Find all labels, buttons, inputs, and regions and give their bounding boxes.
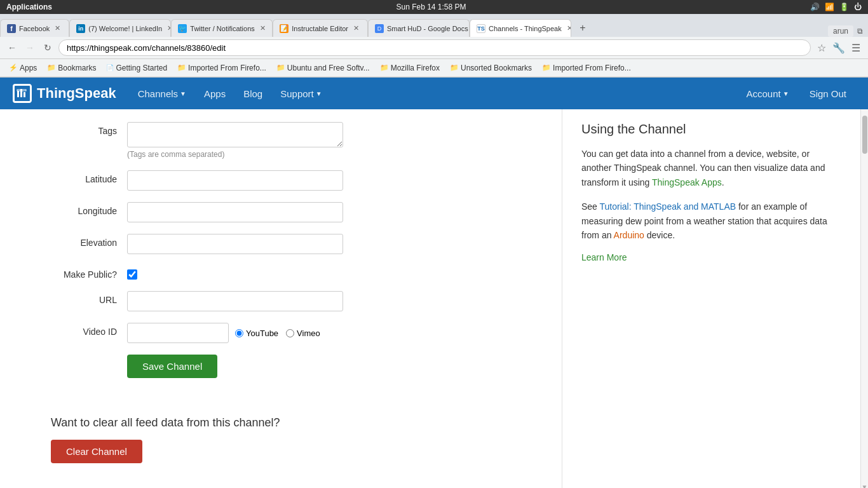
power-icon[interactable]: ⏻ (854, 3, 862, 11)
imported-2-label: Imported From Firefo... (553, 64, 631, 72)
nav-apps-label: Apps (204, 88, 226, 99)
video-type-radio-group: YouTube Vimeo (235, 329, 320, 338)
video-id-input[interactable] (127, 323, 229, 343)
svg-rect-1 (20, 89, 22, 97)
nav-account-label: Account (747, 88, 781, 99)
bookmark-imported-1[interactable]: 📁 Imported From Firefo... (173, 62, 270, 74)
tags-hint: (Tags are comma separated) (127, 150, 343, 159)
bookmark-star-icon[interactable]: ☆ (815, 41, 829, 55)
info-title: Using the Channel (581, 122, 841, 137)
bookmark-getting-started[interactable]: 📄 Getting Started (102, 62, 171, 74)
tab-close-twitter[interactable]: ✕ (258, 24, 268, 33)
tab-thingspeak[interactable]: TS Channels - ThingSpeak ✕ (470, 19, 571, 37)
scrollbar-thumb[interactable] (862, 116, 867, 154)
longitude-input[interactable] (127, 202, 343, 222)
tab-close-thingspeak[interactable]: ✕ (565, 24, 571, 33)
address-bar-row: ← → ↻ ☆ 🔧 ☰ (0, 37, 868, 59)
bookmark-bookmarks[interactable]: 📁 Bookmarks (43, 62, 100, 74)
account-dropdown-icon: ▼ (783, 90, 789, 97)
address-input[interactable] (58, 39, 811, 56)
mozilla-folder-icon: 📁 (380, 64, 389, 72)
learn-more-link[interactable]: Learn More (581, 252, 841, 262)
vimeo-label: Vimeo (297, 329, 320, 338)
bookmarks-folder-icon: 📁 (47, 64, 56, 72)
tags-field-wrap: (Tags are comma separated) (127, 122, 343, 159)
info-see-text: See (581, 201, 600, 212)
nav-right: Account ▼ Sign Out (738, 78, 855, 109)
youtube-radio-label[interactable]: YouTube (235, 329, 278, 338)
bookmark-mozilla[interactable]: 📁 Mozilla Firefox (376, 62, 444, 74)
make-public-row: Make Public? (25, 266, 536, 280)
tutorial-link[interactable]: Tutorial: ThingSpeak and MATLAB (600, 201, 736, 212)
thingspeak-nav: ThingSpeak Channels ▼ Apps Blog Support … (0, 78, 868, 109)
tab-close-instructable[interactable]: ✕ (351, 24, 361, 33)
imported-folder-1-icon: 📁 (177, 64, 186, 72)
bookmark-unsorted[interactable]: 📁 Unsorted Bookmarks (446, 62, 536, 74)
nav-sign-out[interactable]: Sign Out (801, 78, 855, 109)
clear-channel-button[interactable]: Clear Channel (51, 440, 142, 463)
back-button[interactable]: ← (5, 41, 19, 55)
tab-linkedin[interactable]: in (7) Welcome! | LinkedIn ✕ (69, 19, 171, 37)
save-channel-button[interactable]: Save Channel (127, 355, 217, 378)
make-public-label: Make Public? (25, 266, 127, 280)
svg-rect-2 (24, 92, 25, 97)
nav-account[interactable]: Account ▼ (738, 78, 798, 109)
bookmark-ubuntu[interactable]: 📁 Ubuntu and Free Softv... (273, 62, 374, 74)
tab-label-thingspeak: Channels - ThingSpeak (489, 25, 562, 32)
nav-blog[interactable]: Blog (234, 78, 271, 109)
nav-apps[interactable]: Apps (195, 78, 234, 109)
bookmarks-bar: ⚡ Apps 📁 Bookmarks 📄 Getting Started 📁 I… (0, 59, 868, 77)
unsorted-folder-icon: 📁 (450, 64, 459, 72)
user-account[interactable]: arun (828, 25, 853, 37)
extensions-icon[interactable]: 🔧 (832, 42, 845, 54)
tab-facebook[interactable]: f Facebook ✕ (0, 19, 69, 37)
browser-menu-icon[interactable]: ☰ (849, 41, 863, 55)
latitude-row: Latitude (25, 170, 536, 191)
imported-folder-2-icon: 📁 (542, 64, 551, 72)
forward-button[interactable]: → (23, 41, 37, 55)
latitude-input[interactable] (127, 170, 343, 191)
tab-twitter[interactable]: 🐦 Twitter / Notifications ✕ (171, 19, 273, 37)
elevation-input[interactable] (127, 234, 343, 254)
tab-instructable[interactable]: 📝 Instructable Editor ✕ (273, 19, 368, 37)
thingspeak-apps-link[interactable]: ThingSpeak Apps (652, 177, 722, 187)
wifi-icon: 📶 (825, 3, 834, 11)
nav-support[interactable]: Support ▼ (271, 78, 330, 109)
tab-google-docs[interactable]: D Smart HuD - Google Docs ✕ (368, 19, 470, 37)
tab-close-facebook[interactable]: ✕ (53, 24, 62, 33)
linkedin-favicon: in (76, 24, 85, 33)
unsorted-label: Unsorted Bookmarks (461, 64, 532, 72)
vimeo-radio[interactable] (286, 329, 294, 337)
scrollbar[interactable]: ▼ (860, 109, 868, 488)
nav-channels[interactable]: Channels ▼ (129, 78, 195, 109)
google-docs-favicon: D (375, 24, 384, 33)
datetime: Sun Feb 14 1:58 PM (396, 3, 466, 11)
bookmarks-label: Bookmarks (58, 64, 96, 72)
facebook-favicon: f (7, 24, 16, 33)
logo-text: ThingSpeak (37, 85, 116, 102)
arduino-link[interactable]: Arduino (614, 230, 644, 240)
tab-label-google-docs: Smart HuD - Google Docs (387, 25, 468, 32)
make-public-checkbox[interactable] (127, 269, 137, 280)
video-id-field-wrap: YouTube Vimeo (127, 323, 320, 343)
ubuntu-label: Ubuntu and Free Softv... (287, 64, 370, 72)
scrollbar-track[interactable] (861, 114, 868, 484)
tab-label-linkedin: (7) Welcome! | LinkedIn (88, 25, 162, 32)
info-text-2-end: device. (644, 230, 675, 240)
youtube-radio[interactable] (235, 329, 243, 337)
thingspeak-logo[interactable]: ThingSpeak (13, 84, 116, 103)
elevation-row: Elevation (25, 234, 536, 254)
restore-window-icon[interactable]: ⧉ (857, 27, 863, 36)
info-text-1-end: . (722, 177, 724, 187)
info-paragraph-1: You can get data into a channel from a d… (581, 147, 841, 189)
url-input[interactable] (127, 291, 343, 311)
tags-input[interactable] (127, 122, 343, 147)
bookmark-apps[interactable]: ⚡ Apps (5, 62, 41, 74)
tab-close-linkedin[interactable]: ✕ (165, 24, 171, 33)
new-tab-button[interactable]: + (574, 19, 592, 37)
bookmark-imported-2[interactable]: 📁 Imported From Firefo... (538, 62, 635, 74)
vimeo-radio-label[interactable]: Vimeo (286, 329, 320, 338)
latitude-label: Latitude (25, 170, 127, 184)
reload-button[interactable]: ↻ (41, 41, 55, 55)
youtube-label: YouTube (246, 329, 278, 338)
